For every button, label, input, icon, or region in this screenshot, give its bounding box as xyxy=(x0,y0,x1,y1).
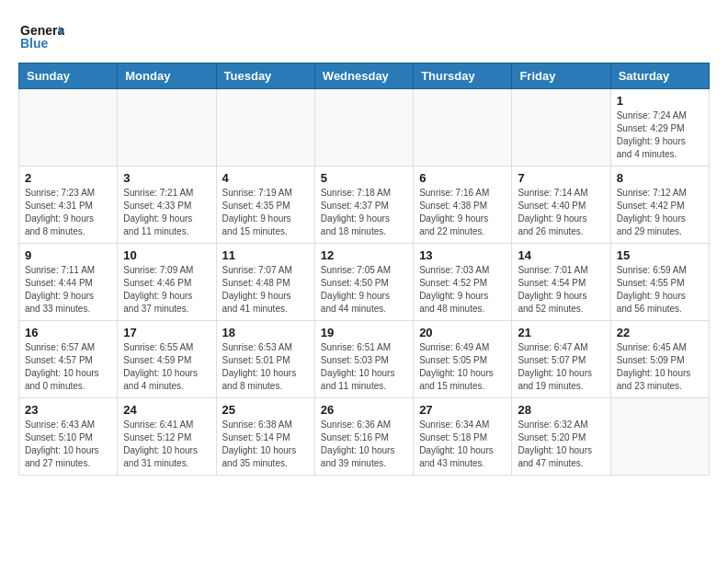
day-info: Sunrise: 7:07 AM Sunset: 4:48 PM Dayligh… xyxy=(222,264,309,316)
calendar-cell: 15Sunrise: 6:59 AM Sunset: 4:55 PM Dayli… xyxy=(610,244,709,321)
day-info: Sunrise: 6:45 AM Sunset: 5:09 PM Dayligh… xyxy=(617,341,703,393)
day-info: Sunrise: 7:14 AM Sunset: 4:40 PM Dayligh… xyxy=(518,187,604,238)
day-number: 11 xyxy=(222,248,309,262)
calendar-cell xyxy=(512,89,610,167)
day-info: Sunrise: 6:55 AM Sunset: 4:59 PM Dayligh… xyxy=(123,341,210,393)
day-number: 4 xyxy=(222,171,309,185)
day-info: Sunrise: 6:34 AM Sunset: 5:18 PM Dayligh… xyxy=(419,419,506,470)
calendar-cell xyxy=(118,89,216,167)
calendar-cell: 6Sunrise: 7:16 AM Sunset: 4:38 PM Daylig… xyxy=(414,167,512,244)
weekday-header: Monday xyxy=(118,63,216,89)
calendar-cell: 24Sunrise: 6:41 AM Sunset: 5:12 PM Dayli… xyxy=(118,398,216,476)
day-info: Sunrise: 6:43 AM Sunset: 5:10 PM Dayligh… xyxy=(25,419,111,470)
calendar-cell: 16Sunrise: 6:57 AM Sunset: 4:57 PM Dayli… xyxy=(19,321,118,398)
calendar-cell: 27Sunrise: 6:34 AM Sunset: 5:18 PM Dayli… xyxy=(414,398,512,476)
calendar-cell xyxy=(216,89,314,167)
calendar-cell: 26Sunrise: 6:36 AM Sunset: 5:16 PM Dayli… xyxy=(314,398,413,476)
day-info: Sunrise: 6:57 AM Sunset: 4:57 PM Dayligh… xyxy=(25,341,111,393)
day-info: Sunrise: 6:38 AM Sunset: 5:14 PM Dayligh… xyxy=(222,419,309,470)
calendar-cell: 28Sunrise: 6:32 AM Sunset: 5:20 PM Dayli… xyxy=(512,398,610,476)
calendar-week-row: 23Sunrise: 6:43 AM Sunset: 5:10 PM Dayli… xyxy=(19,398,710,476)
calendar-cell: 11Sunrise: 7:07 AM Sunset: 4:48 PM Dayli… xyxy=(216,244,314,321)
day-info: Sunrise: 6:59 AM Sunset: 4:55 PM Dayligh… xyxy=(617,264,703,316)
weekday-header: Thursday xyxy=(414,63,512,89)
calendar-cell: 21Sunrise: 6:47 AM Sunset: 5:07 PM Dayli… xyxy=(512,321,610,398)
calendar-cell: 2Sunrise: 7:23 AM Sunset: 4:31 PM Daylig… xyxy=(19,167,118,244)
day-number: 13 xyxy=(419,248,506,262)
calendar-week-row: 9Sunrise: 7:11 AM Sunset: 4:44 PM Daylig… xyxy=(19,244,710,321)
day-number: 26 xyxy=(321,403,407,417)
day-number: 18 xyxy=(222,326,309,339)
calendar-cell: 22Sunrise: 6:45 AM Sunset: 5:09 PM Dayli… xyxy=(610,321,709,398)
day-number: 14 xyxy=(518,248,604,262)
calendar: SundayMondayTuesdayWednesdayThursdayFrid… xyxy=(18,63,710,476)
day-number: 10 xyxy=(123,248,210,262)
day-number: 20 xyxy=(419,326,506,339)
calendar-cell: 12Sunrise: 7:05 AM Sunset: 4:50 PM Dayli… xyxy=(314,244,413,321)
calendar-cell: 20Sunrise: 6:49 AM Sunset: 5:05 PM Dayli… xyxy=(414,321,512,398)
calendar-week-row: 16Sunrise: 6:57 AM Sunset: 4:57 PM Dayli… xyxy=(19,321,710,398)
calendar-header-row: SundayMondayTuesdayWednesdayThursdayFrid… xyxy=(19,63,710,89)
day-info: Sunrise: 7:11 AM Sunset: 4:44 PM Dayligh… xyxy=(25,264,111,316)
day-info: Sunrise: 6:47 AM Sunset: 5:07 PM Dayligh… xyxy=(518,341,604,393)
calendar-week-row: 1Sunrise: 7:24 AM Sunset: 4:29 PM Daylig… xyxy=(19,89,710,167)
day-info: Sunrise: 7:05 AM Sunset: 4:50 PM Dayligh… xyxy=(321,264,407,316)
weekday-header: Saturday xyxy=(610,63,709,89)
day-number: 22 xyxy=(617,326,703,339)
day-number: 23 xyxy=(25,403,111,417)
day-number: 5 xyxy=(321,171,407,185)
calendar-week-row: 2Sunrise: 7:23 AM Sunset: 4:31 PM Daylig… xyxy=(19,167,710,244)
day-number: 12 xyxy=(321,248,407,262)
calendar-cell xyxy=(314,89,413,167)
day-info: Sunrise: 7:03 AM Sunset: 4:52 PM Dayligh… xyxy=(419,264,506,316)
day-number: 9 xyxy=(25,248,111,262)
weekday-header: Wednesday xyxy=(314,63,413,89)
day-info: Sunrise: 7:18 AM Sunset: 4:37 PM Dayligh… xyxy=(321,187,407,238)
calendar-cell: 10Sunrise: 7:09 AM Sunset: 4:46 PM Dayli… xyxy=(118,244,216,321)
day-info: Sunrise: 7:19 AM Sunset: 4:35 PM Dayligh… xyxy=(222,187,309,238)
calendar-cell: 25Sunrise: 6:38 AM Sunset: 5:14 PM Dayli… xyxy=(216,398,314,476)
day-number: 25 xyxy=(222,403,309,417)
day-number: 21 xyxy=(518,326,604,339)
calendar-cell: 3Sunrise: 7:21 AM Sunset: 4:33 PM Daylig… xyxy=(118,167,216,244)
day-info: Sunrise: 7:24 AM Sunset: 4:29 PM Dayligh… xyxy=(617,109,703,161)
calendar-cell xyxy=(610,398,709,476)
day-number: 15 xyxy=(617,248,703,262)
day-number: 16 xyxy=(25,326,111,339)
calendar-cell: 17Sunrise: 6:55 AM Sunset: 4:59 PM Dayli… xyxy=(118,321,216,398)
day-number: 3 xyxy=(123,171,210,185)
weekday-header: Tuesday xyxy=(216,63,314,89)
day-number: 19 xyxy=(321,326,407,339)
day-info: Sunrise: 6:51 AM Sunset: 5:03 PM Dayligh… xyxy=(321,341,407,393)
calendar-cell: 5Sunrise: 7:18 AM Sunset: 4:37 PM Daylig… xyxy=(314,167,413,244)
day-number: 1 xyxy=(617,94,703,108)
calendar-cell: 1Sunrise: 7:24 AM Sunset: 4:29 PM Daylig… xyxy=(610,89,709,167)
logo-icon: General Blue xyxy=(18,18,64,55)
day-info: Sunrise: 7:12 AM Sunset: 4:42 PM Dayligh… xyxy=(617,187,703,238)
day-number: 24 xyxy=(123,403,210,417)
calendar-cell: 19Sunrise: 6:51 AM Sunset: 5:03 PM Dayli… xyxy=(314,321,413,398)
calendar-cell: 7Sunrise: 7:14 AM Sunset: 4:40 PM Daylig… xyxy=(512,167,610,244)
day-info: Sunrise: 6:41 AM Sunset: 5:12 PM Dayligh… xyxy=(123,419,210,470)
calendar-cell: 18Sunrise: 6:53 AM Sunset: 5:01 PM Dayli… xyxy=(216,321,314,398)
calendar-cell: 4Sunrise: 7:19 AM Sunset: 4:35 PM Daylig… xyxy=(216,167,314,244)
day-info: Sunrise: 6:32 AM Sunset: 5:20 PM Dayligh… xyxy=(518,419,604,470)
calendar-cell xyxy=(414,89,512,167)
calendar-cell: 8Sunrise: 7:12 AM Sunset: 4:42 PM Daylig… xyxy=(610,167,709,244)
weekday-header: Friday xyxy=(512,63,610,89)
day-number: 7 xyxy=(518,171,604,185)
calendar-cell: 13Sunrise: 7:03 AM Sunset: 4:52 PM Dayli… xyxy=(414,244,512,321)
svg-text:Blue: Blue xyxy=(20,36,49,51)
day-info: Sunrise: 7:21 AM Sunset: 4:33 PM Dayligh… xyxy=(123,187,210,238)
calendar-cell: 9Sunrise: 7:11 AM Sunset: 4:44 PM Daylig… xyxy=(19,244,118,321)
day-info: Sunrise: 6:36 AM Sunset: 5:16 PM Dayligh… xyxy=(321,419,407,470)
day-info: Sunrise: 7:01 AM Sunset: 4:54 PM Dayligh… xyxy=(518,264,604,316)
day-number: 28 xyxy=(518,403,604,417)
day-number: 6 xyxy=(419,171,506,185)
calendar-cell: 23Sunrise: 6:43 AM Sunset: 5:10 PM Dayli… xyxy=(19,398,118,476)
day-info: Sunrise: 6:49 AM Sunset: 5:05 PM Dayligh… xyxy=(419,341,506,393)
day-info: Sunrise: 7:09 AM Sunset: 4:46 PM Dayligh… xyxy=(123,264,210,316)
weekday-header: Sunday xyxy=(19,63,118,89)
day-number: 2 xyxy=(25,171,111,185)
day-number: 8 xyxy=(617,171,703,185)
